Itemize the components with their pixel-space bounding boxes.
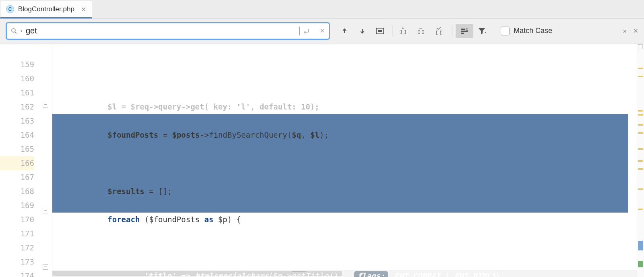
inspection-indicator-icon[interactable] — [638, 44, 643, 49]
line-number: 163 — [0, 114, 34, 128]
svg-rect-5 — [461, 31, 468, 32]
fold-toggle-icon[interactable]: − — [43, 102, 48, 107]
close-tab-icon[interactable]: ✕ — [81, 6, 86, 13]
search-match: get — [292, 271, 306, 277]
line-number: 159 — [0, 58, 34, 72]
marker-bar[interactable] — [637, 43, 644, 277]
svg-line-1 — [15, 32, 17, 33]
newline-icon[interactable] — [303, 28, 311, 34]
line-number: 170 — [0, 213, 34, 227]
line-number: 165 — [0, 142, 34, 156]
svg-rect-3 — [378, 30, 382, 32]
code-editor[interactable]: 159 160 161 162 163 164 165 166 167 168 … — [0, 43, 644, 277]
add-selection-button[interactable] — [396, 24, 413, 38]
close-find-bar-icon[interactable]: ✕ — [633, 27, 638, 35]
line-number: 174 — [0, 269, 34, 277]
match-case-label: Match Case — [514, 27, 552, 35]
code-area[interactable]: $l = $req->query->get( key: 'l', default… — [52, 43, 637, 277]
line-number: 173 — [0, 255, 34, 269]
match-case-checkbox[interactable] — [501, 27, 510, 35]
line-number: 166 — [0, 156, 34, 170]
file-type-icon: C — [6, 5, 14, 13]
filter-button[interactable]: ▾ — [473, 24, 491, 38]
match-case-toggle[interactable]: Match Case — [501, 27, 552, 35]
svg-rect-6 — [461, 33, 464, 34]
toggle-in-selection-button[interactable] — [456, 24, 473, 38]
fold-toggle-icon[interactable]: − — [43, 264, 48, 270]
line-number: 164 — [0, 128, 34, 142]
more-options-icon[interactable]: » — [623, 27, 626, 35]
svg-rect-4 — [461, 29, 465, 30]
line-number: 168 — [0, 184, 34, 198]
find-actions: ▾ — [336, 24, 491, 38]
search-history-dropdown-icon[interactable]: ▾ — [21, 29, 23, 33]
select-all-button[interactable] — [431, 24, 449, 38]
line-number: 167 — [0, 170, 34, 184]
tab-bar: C BlogController.php ✕ — [0, 0, 644, 19]
line-number: 162 — [0, 100, 34, 114]
line-number: 171 — [0, 227, 34, 241]
clear-search-icon[interactable]: ✕ — [320, 27, 325, 35]
tab-filename: BlogController.php — [18, 5, 74, 13]
fold-toggle-icon[interactable]: − — [43, 208, 48, 213]
remove-selection-button[interactable] — [413, 24, 431, 38]
select-all-occurrences-button[interactable] — [371, 24, 389, 38]
next-match-button[interactable] — [353, 24, 371, 38]
search-field-wrap: ▾ ✕ — [6, 22, 330, 40]
editor-tab[interactable]: C BlogController.php ✕ — [0, 1, 92, 19]
search-input[interactable] — [26, 26, 295, 35]
find-toolbar: ▾ ✕ — [0, 19, 644, 43]
fold-gutter: − − − — [40, 43, 52, 277]
line-number — [0, 43, 34, 58]
prev-match-button[interactable] — [336, 24, 353, 38]
line-number: 160 — [0, 72, 34, 86]
line-number-gutter: 159 160 161 162 163 164 165 166 167 168 … — [0, 43, 40, 277]
line-number: 172 — [0, 241, 34, 255]
svg-point-0 — [12, 29, 15, 32]
line-number: 161 — [0, 86, 34, 100]
line-number: 169 — [0, 198, 34, 213]
search-icon — [11, 28, 17, 34]
text-caret — [299, 27, 299, 35]
